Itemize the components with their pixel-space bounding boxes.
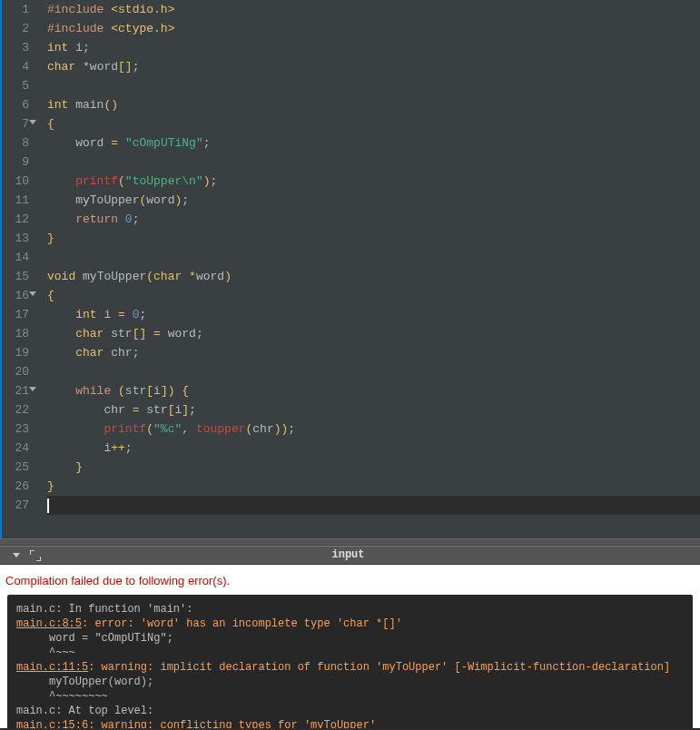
line-number: 26	[0, 477, 29, 496]
line-number: 9	[0, 153, 29, 172]
compiler-output-line: word = "cOmpUTiNg";	[16, 631, 684, 646]
line-number: 2	[0, 19, 29, 38]
console-body: Compilation failed due to following erro…	[0, 565, 700, 728]
line-number: 27	[0, 496, 29, 515]
code-line[interactable]	[47, 362, 700, 381]
line-number: 5	[0, 76, 29, 95]
collapse-console-icon[interactable]	[13, 553, 20, 557]
code-line[interactable]: #include <ctype.h>	[47, 19, 700, 38]
line-number: 25	[0, 458, 29, 477]
line-number: 4	[0, 57, 29, 76]
code-line[interactable]: int i;	[47, 38, 700, 57]
line-number: 14	[0, 248, 29, 267]
compiler-output[interactable]: main.c: In function 'main':main.c:8:5: e…	[7, 595, 693, 728]
code-line[interactable]	[47, 248, 700, 267]
compiler-output-line: main.c: In function 'main':	[16, 602, 684, 617]
code-line[interactable]	[47, 153, 700, 172]
line-number: 3	[0, 38, 29, 57]
console-header: input	[0, 546, 700, 565]
line-number: 1	[0, 0, 29, 19]
error-location-link[interactable]: main.c:11:5	[16, 661, 88, 674]
line-number: 11	[0, 191, 29, 210]
code-line[interactable]: }	[47, 458, 700, 477]
fold-arrow-icon[interactable]	[29, 291, 36, 296]
fullscreen-console-icon[interactable]	[31, 551, 40, 560]
compiler-output-line: main.c:11:5: warning: implicit declarati…	[16, 660, 684, 675]
code-area[interactable]: #include <stdio.h>#include <ctype.h>int …	[38, 0, 700, 538]
line-number: 19	[0, 343, 29, 362]
pane-divider[interactable]	[0, 538, 700, 546]
code-line[interactable]: char *word[];	[47, 57, 700, 76]
code-line[interactable]: int main()	[47, 95, 700, 114]
line-number: 6	[0, 95, 29, 114]
code-line[interactable]: char str[] = word;	[47, 324, 700, 343]
code-line[interactable]	[47, 76, 700, 95]
text-cursor	[47, 498, 49, 513]
line-number: 10	[0, 172, 29, 191]
code-line[interactable]: printf("%c", toupper(chr));	[47, 419, 700, 439]
line-number: 23	[0, 419, 29, 439]
line-number: 21	[0, 381, 29, 400]
line-number: 18	[0, 324, 29, 343]
code-line[interactable]: i++;	[47, 439, 700, 458]
compiler-output-line: ^~~~~~~~~	[16, 689, 684, 704]
line-number-gutter: 1234567891011121314151617181920212223242…	[0, 0, 38, 538]
code-line[interactable]: myToUpper(word);	[47, 191, 700, 210]
code-line[interactable]: {	[47, 114, 700, 133]
compiler-output-line: myToUpper(word);	[16, 675, 684, 689]
line-number: 7	[0, 114, 29, 133]
code-line[interactable]: {	[47, 286, 700, 305]
compiler-output-line: main.c: At top level:	[16, 704, 684, 718]
code-line[interactable]: #include <stdio.h>	[47, 0, 700, 19]
compiler-output-line: main.c:8:5: error: 'word' has an incompl…	[16, 617, 684, 631]
error-location-link[interactable]: main.c:15:6	[16, 719, 88, 728]
code-line[interactable]: }	[47, 477, 700, 496]
console-title: input	[40, 546, 656, 565]
code-line[interactable]: }	[47, 229, 700, 248]
error-location-link[interactable]: main.c:8:5	[16, 617, 82, 630]
compiler-output-line: ^~~~	[16, 646, 684, 660]
code-line[interactable]: while (str[i]) {	[47, 381, 700, 400]
line-number: 22	[0, 400, 29, 419]
compiler-output-line: main.c:15:6: warning: conflicting types …	[16, 718, 684, 728]
code-line[interactable]: printf("toUpper\n");	[47, 172, 700, 191]
line-number: 17	[0, 305, 29, 324]
code-line[interactable]: chr = str[i];	[47, 400, 700, 419]
line-number: 24	[0, 439, 29, 458]
line-number: 15	[0, 267, 29, 286]
code-line[interactable]: word = "cOmpUTiNg";	[47, 133, 700, 153]
line-number: 12	[0, 210, 29, 229]
code-line[interactable]: int i = 0;	[47, 305, 700, 324]
fold-arrow-icon[interactable]	[29, 387, 36, 391]
code-line[interactable]: void myToUpper(char *word)	[47, 267, 700, 286]
code-line[interactable]	[47, 496, 700, 515]
line-number: 16	[0, 286, 29, 305]
compilation-error-banner: Compilation failed due to following erro…	[0, 565, 700, 595]
code-editor[interactable]: 1234567891011121314151617181920212223242…	[0, 0, 700, 538]
line-number: 13	[0, 229, 29, 248]
fold-arrow-icon[interactable]	[29, 120, 36, 124]
line-number: 8	[0, 133, 29, 153]
code-line[interactable]: return 0;	[47, 210, 700, 229]
line-number: 20	[0, 362, 29, 381]
code-line[interactable]: char chr;	[47, 343, 700, 362]
